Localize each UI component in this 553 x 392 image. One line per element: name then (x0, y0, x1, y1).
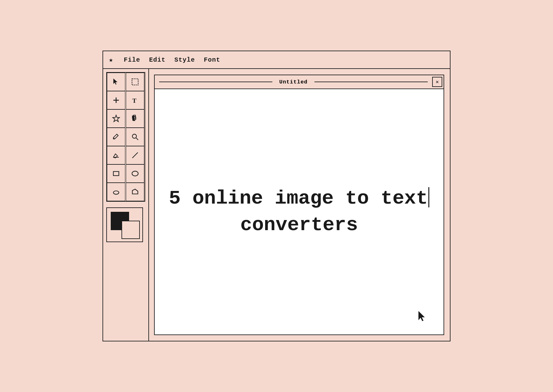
title-line-right (314, 82, 428, 82)
star-tool[interactable] (107, 109, 125, 128)
paint-bucket-tool[interactable] (126, 109, 144, 128)
star-icon[interactable]: ★ (109, 56, 113, 64)
canvas-title: Untitled (277, 79, 310, 85)
svg-rect-9 (113, 172, 119, 176)
magnify-tool[interactable] (126, 128, 144, 146)
marquee-select-tool[interactable] (126, 73, 144, 91)
main-area: T (103, 69, 450, 341)
select-arrow-tool[interactable] (107, 73, 125, 91)
title-line-left (159, 82, 272, 82)
pencil-tool[interactable] (107, 128, 125, 146)
menu-file[interactable]: File (124, 56, 140, 64)
polygon-tool[interactable] (126, 183, 144, 201)
canvas-close-button[interactable]: ✕ (432, 77, 442, 87)
rectangle-tool[interactable] (107, 164, 125, 183)
svg-text:T: T (132, 97, 136, 104)
app-window: ★ File Edit Style Font (103, 51, 450, 341)
oval-tool[interactable] (126, 164, 144, 183)
ellipse-tool[interactable] (107, 183, 125, 201)
svg-point-11 (113, 191, 119, 194)
tool-grid: T (106, 72, 145, 202)
menu-style[interactable]: Style (174, 56, 195, 64)
pixel-cursor-icon (418, 310, 428, 323)
background-color[interactable] (121, 221, 140, 239)
menu-bar: ★ File Edit Style Font (103, 51, 450, 69)
canvas-title-bar: Untitled ✕ (155, 75, 444, 89)
svg-line-6 (136, 138, 138, 140)
menu-edit[interactable]: Edit (149, 56, 165, 64)
canvas-main-text: 5 online image to text​ converters (156, 173, 442, 251)
svg-line-8 (132, 152, 138, 158)
svg-point-5 (132, 134, 136, 138)
text-cursor (428, 187, 429, 207)
color-swatch-box[interactable] (106, 207, 143, 242)
canvas-content[interactable]: 5 online image to text​ converters (155, 89, 444, 334)
toolbar: T (103, 69, 149, 341)
canvas-window: Untitled ✕ 5 online image to text​ conve… (154, 75, 444, 335)
menu-font[interactable]: Font (204, 56, 220, 64)
add-tool[interactable] (107, 91, 125, 109)
svg-rect-0 (132, 79, 138, 85)
svg-point-10 (132, 171, 138, 176)
text-tool[interactable]: T (126, 91, 144, 109)
line-tool[interactable] (126, 146, 144, 164)
canvas-area: Untitled ✕ 5 online image to text​ conve… (149, 69, 450, 341)
eraser-tool[interactable] (107, 146, 125, 164)
